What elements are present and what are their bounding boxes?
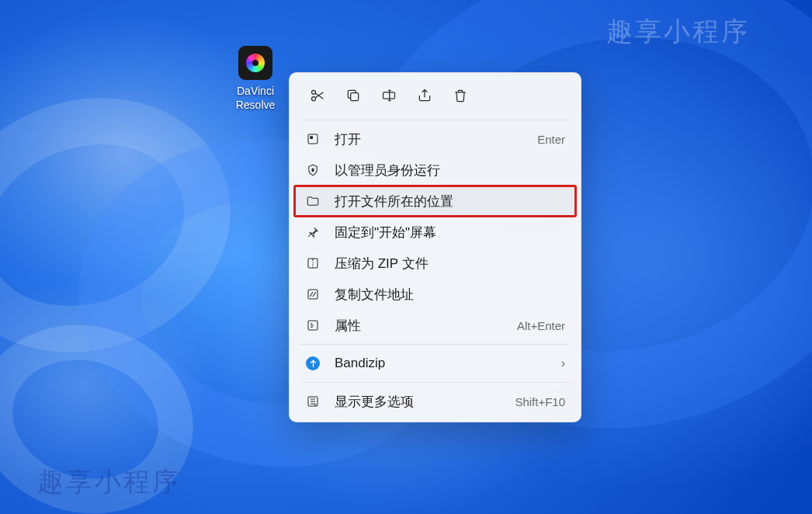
menu-item-shortcut: Shift+F10	[515, 395, 565, 408]
menu-item-bandizip[interactable]: Bandizip ›	[294, 348, 576, 379]
menu-item-label: 以管理员身份运行	[335, 161, 565, 179]
menu-item-open[interactable]: 打开 Enter	[294, 123, 576, 155]
delete-button[interactable]	[445, 81, 476, 110]
menu-item-pin-start[interactable]: 固定到"开始"屏幕	[294, 217, 576, 248]
share-icon	[417, 88, 432, 103]
scissors-icon	[310, 88, 325, 103]
menu-item-run-admin[interactable]: 以管理员身份运行	[294, 155, 576, 186]
desktop-icon-label: DaVinci Resolve	[236, 85, 276, 112]
svg-rect-6	[312, 168, 314, 172]
menu-item-label: 打开文件所在的位置	[335, 193, 565, 210]
svg-rect-8	[308, 290, 318, 299]
menu-item-open-location[interactable]: 打开文件所在的位置	[294, 186, 576, 217]
shield-icon	[305, 162, 321, 178]
desktop-icon-davinci[interactable]: DaVinci Resolve	[224, 46, 287, 112]
quick-actions-row	[294, 78, 576, 116]
menu-item-shortcut: Enter	[537, 133, 565, 146]
context-menu: 打开 Enter 以管理员身份运行 打开文件所在的位置 固定到"开始"屏幕 压缩…	[289, 72, 581, 422]
menu-item-label: 压缩为 ZIP 文件	[335, 255, 565, 273]
trash-icon	[453, 88, 468, 103]
menu-item-show-more[interactable]: 显示更多选项 Shift+F10	[294, 386, 576, 417]
svg-rect-2	[351, 93, 359, 101]
share-button[interactable]	[409, 81, 440, 110]
separator	[300, 344, 570, 345]
rename-icon	[381, 88, 397, 103]
color-wheel-icon	[246, 54, 265, 72]
cut-button[interactable]	[302, 81, 333, 110]
copy-icon	[345, 88, 361, 103]
svg-rect-3	[383, 92, 395, 99]
zip-icon	[305, 255, 321, 271]
menu-item-compress-zip[interactable]: 压缩为 ZIP 文件	[294, 248, 576, 279]
chevron-right-icon: ›	[561, 356, 565, 370]
bandizip-icon	[305, 356, 321, 371]
properties-icon	[305, 318, 321, 333]
menu-item-copy-path[interactable]: 复制文件地址	[294, 279, 576, 310]
davinci-resolve-icon	[238, 46, 272, 80]
menu-item-label: 显示更多选项	[335, 393, 515, 411]
pin-icon	[305, 224, 321, 240]
menu-item-shortcut: Alt+Enter	[517, 319, 565, 332]
path-icon	[305, 287, 321, 302]
folder-icon	[305, 193, 321, 209]
rename-button[interactable]	[373, 81, 404, 110]
separator	[300, 120, 570, 120]
menu-item-label: 复制文件地址	[335, 286, 565, 304]
menu-item-label: 打开	[335, 130, 537, 148]
menu-item-properties[interactable]: 属性 Alt+Enter	[294, 310, 576, 341]
menu-item-label: 固定到"开始"屏幕	[335, 224, 565, 241]
open-icon	[305, 131, 321, 147]
copy-button[interactable]	[338, 81, 369, 110]
svg-rect-5	[310, 136, 313, 139]
menu-item-label: 属性	[335, 317, 517, 335]
menu-item-label: Bandizip	[335, 356, 555, 371]
show-more-icon	[305, 394, 321, 409]
separator	[300, 382, 570, 383]
